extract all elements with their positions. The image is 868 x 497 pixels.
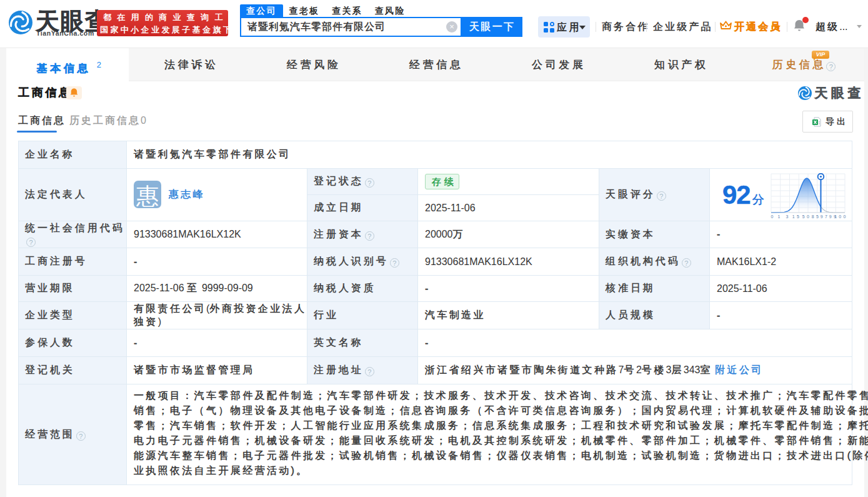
svg-text:85: 85: [812, 214, 821, 219]
svg-text:0: 0: [771, 214, 775, 219]
svg-text:15: 15: [792, 214, 802, 219]
svg-text:97: 97: [821, 214, 830, 219]
svg-text:3: 3: [786, 214, 790, 219]
svg-text:100: 100: [834, 214, 846, 219]
svg-text:50: 50: [802, 214, 812, 219]
svg-text:1: 1: [777, 214, 782, 219]
